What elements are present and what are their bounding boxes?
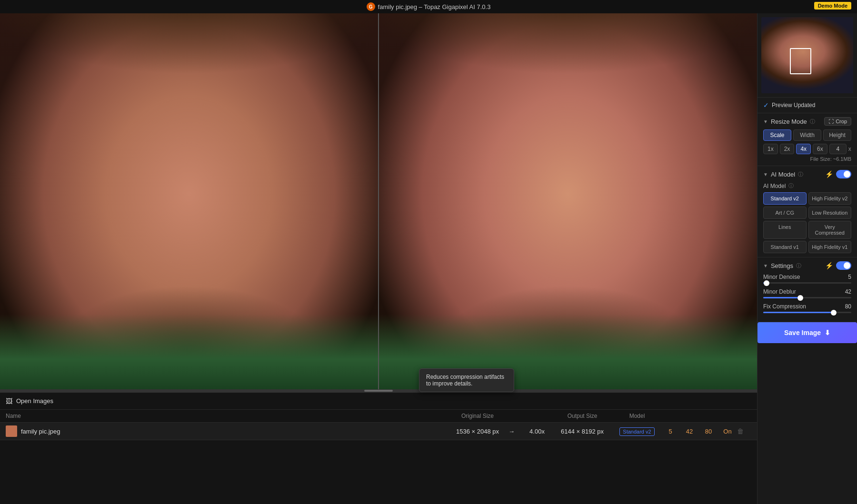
resize-mode-header: ▼ Resize Mode ⓘ ⛶ Crop [763, 117, 851, 126]
crop-button[interactable]: ⛶ Crop [824, 117, 851, 126]
main-content: Reduces compression artifacts to improve… [0, 13, 857, 504]
fix-compression-label-row: Fix Compression 80 [763, 303, 851, 310]
image-compare [0, 13, 757, 389]
thumbnail-section: ⋮ [757, 13, 857, 98]
resize-mode-section: ▼ Resize Mode ⓘ ⛶ Crop Scale Width Heigh… [757, 113, 857, 166]
file-output-size: 6144 × 8192 px [551, 428, 613, 435]
folder-icon: 🖼 [6, 397, 12, 405]
app-title: G family pic.jpeg – Topaz Gigapixel AI 7… [367, 2, 491, 11]
model-very-compressed[interactable]: Very Compressed [808, 221, 852, 239]
file-scale: 4.00x [523, 428, 551, 435]
fix-compression-fill [763, 312, 834, 313]
scroll-thumb [364, 390, 393, 392]
header-name: Name [6, 413, 447, 419]
scale-tab[interactable]: Scale [763, 129, 791, 141]
header-model: Model [613, 413, 661, 419]
custom-scale-input[interactable] [829, 144, 847, 154]
settings-info-icon: ⓘ [796, 262, 801, 269]
fix-compression-thumb[interactable] [831, 310, 837, 316]
model-low-resolution[interactable]: Low Resolution [808, 207, 852, 219]
resize-tab-group: Scale Width Height [763, 129, 851, 141]
file-deblur-val: 42 [680, 428, 699, 435]
file-original-size: 1536 × 2048 px [447, 428, 508, 435]
4x-button[interactable]: 4x [796, 144, 811, 154]
image-panel-right[interactable] [379, 13, 757, 389]
ai-model-title: AI Model [771, 171, 795, 178]
image-area: Reduces compression artifacts to improve… [0, 13, 757, 504]
minor-deblur-label-row: Minor Deblur 42 [763, 288, 851, 295]
file-size-text: File Size: ~6.1MB [763, 156, 851, 162]
file-thumbnail [6, 425, 17, 437]
minor-deblur-value: 42 [845, 288, 851, 295]
preview-updated-bar: ✓ Preview Updated [757, 98, 857, 113]
file-model: Standard v2 [613, 428, 661, 435]
header-output: Output Size [551, 413, 613, 419]
multiplier-row: 1x 2x 4x 6x x [763, 144, 851, 154]
model-lines[interactable]: Lines [763, 221, 807, 239]
settings-right: ⚡ [825, 261, 851, 270]
model-art-cg[interactable]: Art / CG [763, 207, 807, 219]
minor-denoise-label: Minor Denoise [763, 274, 800, 280]
demo-badge: Demo Mode [814, 2, 851, 10]
scale-unit: x [848, 146, 851, 152]
minor-deblur-row: Minor Deblur 42 [763, 288, 851, 298]
2x-button[interactable]: 2x [780, 144, 795, 154]
minor-denoise-track[interactable] [763, 282, 851, 284]
minor-deblur-thumb[interactable] [797, 295, 803, 301]
trash-icon[interactable]: 🗑 [737, 427, 744, 435]
ai-model-grid: Standard v2 High Fidelity v2 Art / CG Lo… [763, 192, 851, 253]
ai-model-toggle[interactable] [836, 170, 851, 178]
model-high-fidelity-v2[interactable]: High Fidelity v2 [808, 192, 852, 205]
lightning-icon: ⚡ [825, 170, 833, 178]
file-name: family pic.jpeg [21, 428, 60, 435]
resize-mode-title: Resize Mode [771, 118, 807, 125]
ai-model-chevron-icon[interactable]: ▼ [763, 172, 768, 177]
face-canvas-right [379, 13, 757, 389]
thumbnail-container [761, 17, 853, 93]
preview-updated-label: Preview Updated [772, 102, 815, 109]
ai-model-label-row: AI Model ⓘ [763, 182, 851, 189]
settings-header: ▼ Settings ⓘ ⚡ [763, 261, 851, 270]
settings-chevron-icon[interactable]: ▼ [763, 263, 768, 268]
image-panel-left[interactable] [0, 13, 379, 389]
file-name-cell: family pic.jpeg [6, 425, 447, 437]
face-canvas-left [0, 13, 378, 389]
topbar: G family pic.jpeg – Topaz Gigapixel AI 7… [0, 0, 857, 13]
fix-compression-value: 80 [845, 303, 851, 310]
file-list-header: Name Original Size Output Size Model [0, 410, 757, 423]
table-row[interactable]: family pic.jpeg 1536 × 2048 px → 4.00x 6… [0, 423, 757, 440]
save-image-button[interactable]: Save Image ⬇ [757, 322, 857, 343]
scroll-indicator [0, 389, 757, 392]
minor-denoise-thumb[interactable] [764, 280, 769, 286]
minor-denoise-row: Minor Denoise 5 [763, 274, 851, 284]
ai-model-label-info-icon: ⓘ [788, 182, 794, 189]
file-list-panel: 🖼 Open Images Name Original Size Output … [0, 392, 757, 504]
resize-chevron-icon[interactable]: ▼ [763, 119, 768, 124]
height-tab[interactable]: Height [823, 129, 851, 141]
ai-model-info-icon: ⓘ [798, 171, 803, 178]
model-high-fidelity-v1[interactable]: High Fidelity v1 [808, 241, 852, 253]
arrow-icon: → [508, 428, 523, 435]
settings-lightning-icon: ⚡ [825, 262, 833, 269]
ai-model-header: ▼ AI Model ⓘ ⚡ [763, 170, 851, 178]
file-fix-compression-val: 80 [699, 428, 718, 435]
model-standard-v1[interactable]: Standard v1 [763, 241, 807, 253]
header-original: Original Size [447, 413, 508, 419]
settings-section: ▼ Settings ⓘ ⚡ Minor Denoise 5 [757, 257, 857, 322]
ai-model-section: ▼ AI Model ⓘ ⚡ AI Model ⓘ Standard v2 Hi… [757, 166, 857, 257]
thumbnail-selection[interactable] [790, 48, 811, 74]
tooltip: Reduces compression artifacts to improve… [419, 368, 514, 392]
width-tab[interactable]: Width [793, 129, 821, 141]
app-logo: G [367, 2, 375, 11]
file-delete[interactable]: 🗑 [737, 427, 751, 435]
minor-denoise-label-row: Minor Denoise 5 [763, 274, 851, 280]
6x-button[interactable]: 6x [813, 144, 827, 154]
resize-mode-right: ⛶ Crop [824, 117, 851, 126]
settings-toggle[interactable] [836, 261, 851, 270]
check-icon: ✓ [763, 101, 769, 109]
fix-compression-track[interactable] [763, 312, 851, 313]
model-standard-v2[interactable]: Standard v2 [763, 192, 807, 205]
minor-denoise-value: 5 [848, 274, 851, 280]
minor-deblur-track[interactable] [763, 297, 851, 298]
1x-button[interactable]: 1x [763, 144, 778, 154]
